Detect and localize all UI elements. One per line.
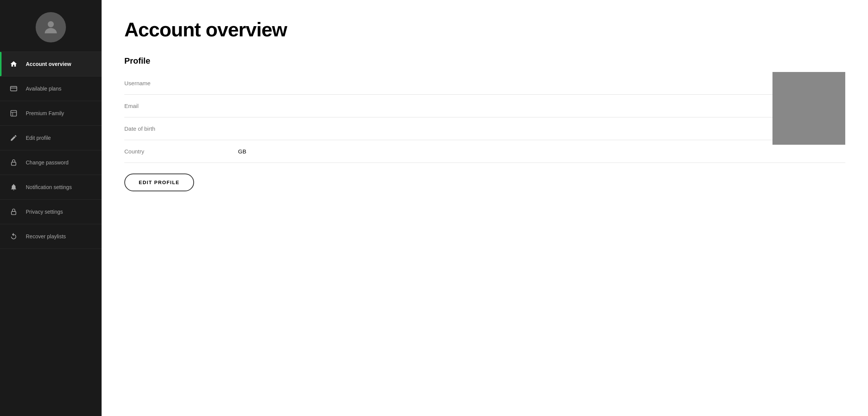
sidebar-item-account-overview[interactable]: Account overview: [0, 52, 102, 76]
profile-section: Username Email Date of birth Country GB: [124, 72, 845, 163]
recover-icon: [9, 232, 18, 241]
sidebar-item-notification-settings[interactable]: Notification settings: [0, 175, 102, 199]
main-content: Account overview Profile Username Email …: [102, 0, 868, 416]
sidebar-item-recover-playlists-label: Recover playlists: [26, 233, 66, 240]
profile-label-country: Country: [124, 148, 238, 155]
sidebar-item-recover-playlists[interactable]: Recover playlists: [0, 224, 102, 249]
profile-label-username: Username: [124, 80, 238, 86]
svg-rect-7: [11, 211, 16, 214]
svg-rect-1: [11, 86, 17, 91]
page-title: Account overview: [124, 18, 845, 41]
svg-rect-6: [11, 162, 16, 165]
home-icon: [9, 59, 18, 69]
avatar: [36, 12, 66, 42]
lock-icon: [9, 158, 18, 167]
sidebar-item-privacy-settings-label: Privacy settings: [26, 209, 63, 215]
svg-point-0: [48, 21, 54, 27]
sidebar-item-change-password-label: Change password: [26, 160, 69, 166]
profile-row-email: Email: [124, 95, 845, 117]
profile-section-title: Profile: [124, 56, 845, 66]
profile-row-dob: Date of birth: [124, 117, 845, 140]
sidebar-item-edit-profile[interactable]: Edit profile: [0, 125, 102, 150]
sidebar-nav: Account overview Available plans Prem: [0, 52, 102, 249]
sidebar-item-premium-family[interactable]: Premium Family: [0, 101, 102, 125]
bell-icon: [9, 183, 18, 192]
sidebar-item-available-plans-label: Available plans: [26, 86, 61, 92]
avatar-section: [0, 0, 102, 52]
sidebar-item-privacy-settings[interactable]: Privacy settings: [0, 199, 102, 224]
sidebar-item-premium-family-label: Premium Family: [26, 110, 64, 117]
profile-image-placeholder: [772, 72, 845, 145]
sidebar-item-available-plans[interactable]: Available plans: [0, 76, 102, 101]
profile-label-dob: Date of birth: [124, 125, 238, 132]
edit-profile-button[interactable]: EDIT PROFILE: [124, 174, 194, 191]
sidebar-item-account-overview-label: Account overview: [26, 61, 71, 67]
avatar-icon: [42, 18, 60, 36]
sidebar-item-notification-settings-label: Notification settings: [26, 184, 72, 191]
profile-row-country: Country GB: [124, 140, 845, 163]
profile-row-username: Username: [124, 72, 845, 95]
pencil-icon: [9, 133, 18, 142]
sidebar-item-edit-profile-label: Edit profile: [26, 135, 51, 141]
sidebar: Account overview Available plans Prem: [0, 0, 102, 416]
profile-value-country: GB: [238, 148, 845, 155]
privacy-lock-icon: [9, 207, 18, 216]
svg-rect-3: [11, 111, 17, 116]
profile-label-email: Email: [124, 103, 238, 109]
sidebar-item-change-password[interactable]: Change password: [0, 150, 102, 175]
family-icon: [9, 109, 18, 118]
card-icon: [9, 84, 18, 93]
